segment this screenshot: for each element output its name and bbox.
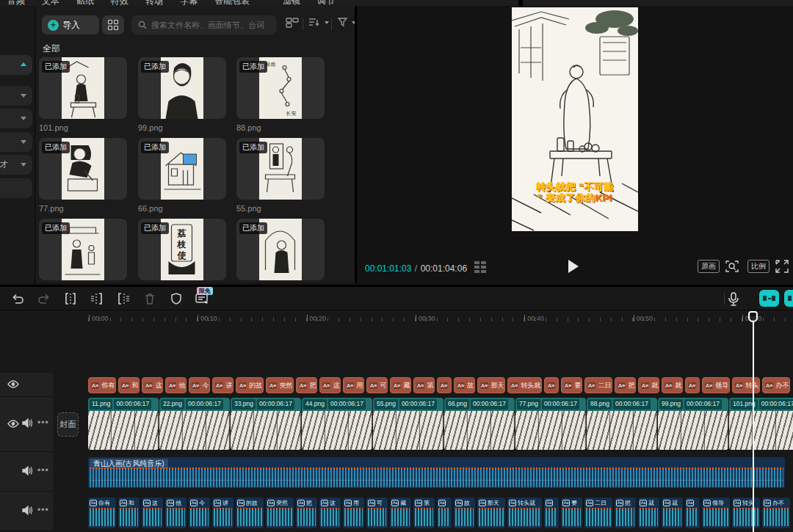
sidebar-item-3[interactable] (0, 132, 32, 152)
media-item-99.png[interactable]: 已添加 (138, 57, 226, 119)
speaker-icon[interactable] (22, 466, 33, 475)
search-box[interactable] (131, 15, 277, 34)
menu-item[interactable]: 滤镜 (283, 0, 300, 6)
voice-clip[interactable]: Aa (437, 498, 452, 528)
voice-clip[interactable]: Aa (685, 498, 700, 528)
voice-clip[interactable]: Aa第 (413, 498, 435, 528)
original-quality-button[interactable]: 原画 (698, 260, 720, 273)
subtitle-clip[interactable]: A≡把 (296, 377, 317, 393)
filter-button[interactable] (337, 17, 349, 27)
voice-clip[interactable]: Aa把 (615, 498, 636, 528)
sidebar-item-1[interactable] (0, 86, 32, 106)
undo-icon[interactable] (10, 291, 25, 306)
voice-clip[interactable]: Aa用 (343, 498, 364, 528)
menu-item[interactable]: 贴纸 (76, 0, 94, 6)
zoom-fit-icon[interactable] (725, 260, 739, 273)
voice-clip[interactable]: Aa就 (638, 498, 659, 528)
voice-clip[interactable]: Aa故 (454, 498, 475, 528)
voice-clip[interactable]: Aa二日 (584, 498, 612, 528)
timeline-ruler[interactable]: 00:0000:1000:2000:3000:4000:5001:00 (0, 311, 793, 327)
delete-icon[interactable] (142, 291, 157, 306)
subtitle-clip[interactable]: A≡转头就 (507, 377, 542, 393)
voice-clip[interactable]: Aa转头就 (507, 498, 542, 528)
voice-clip[interactable]: Aa突然 (266, 498, 294, 528)
media-item-77.png[interactable]: 已添加 (39, 138, 127, 200)
auto-snap-button[interactable] (759, 290, 779, 307)
split-keep-left-icon[interactable] (90, 291, 104, 306)
sidebar-item-material[interactable]: 才 (0, 155, 32, 175)
subtitle-clip[interactable]: A≡把 (615, 377, 636, 393)
subtitle-clip[interactable]: A≡你有 (88, 377, 116, 393)
video-clip-11.png[interactable]: 11.png00:00:06:17 (88, 398, 159, 450)
menu-item[interactable]: 音频 (7, 0, 25, 6)
import-button[interactable]: + 导入 (42, 15, 99, 34)
mask-icon[interactable] (169, 291, 184, 306)
sort-button[interactable] (308, 17, 320, 27)
subtitle-clip[interactable]: A≡故 (454, 377, 475, 393)
speaker-icon[interactable] (22, 418, 33, 428)
music-clip[interactable]: 青山入画(古风纯音乐) (88, 457, 785, 488)
subtitle-clip[interactable]: A≡他 (165, 377, 187, 393)
subtitle-clip[interactable]: A≡讲 (212, 377, 233, 393)
subtitle-clip[interactable]: A≡办不 (762, 377, 790, 393)
voice-clip[interactable]: Aa和 (118, 498, 140, 528)
voice-clip[interactable]: Aa办不 (762, 498, 790, 528)
split-icon[interactable] (63, 291, 78, 306)
playhead[interactable] (748, 311, 758, 532)
subtitle-clip[interactable]: A≡突然 (266, 377, 294, 393)
ratio-button[interactable]: 比例 (747, 260, 770, 273)
subtitle-clip[interactable]: A≡那天 (477, 377, 505, 393)
voice-clip[interactable]: Aa那天 (477, 498, 505, 528)
voice-clip[interactable]: Aa讲 (212, 498, 233, 528)
search-input[interactable] (151, 21, 276, 29)
video-clip-88.png[interactable]: 88.png00:00:06:17 (587, 398, 657, 450)
cover-button[interactable]: 封面 (57, 412, 79, 437)
subtitle-clip[interactable]: A≡这 (142, 377, 163, 393)
voice-clip[interactable]: Aa今 (189, 498, 210, 528)
media-item-44.png[interactable]: 已添加 (39, 219, 127, 280)
redo-icon[interactable] (37, 291, 51, 306)
sidebar-item-2[interactable] (0, 109, 32, 128)
video-clip-77.png[interactable]: 77.png00:00:06:17 (515, 398, 586, 450)
voice-clip[interactable]: Aa这 (319, 498, 341, 528)
eye-icon[interactable] (7, 420, 19, 428)
media-item-55.png[interactable]: 已添加 (236, 138, 325, 200)
subtitle-clip[interactable]: A≡就 (638, 377, 659, 393)
subtitle-clip[interactable]: A≡和 (118, 377, 140, 393)
subtitle-clip[interactable]: A≡的故 (236, 377, 264, 393)
subtitle-clip[interactable]: A≡ (685, 377, 700, 393)
voice-clip[interactable]: Aa (544, 498, 559, 528)
voice-clip[interactable]: Aa的故 (236, 498, 264, 528)
speaker-icon[interactable] (22, 506, 33, 515)
voice-clip[interactable]: Aa把 (296, 498, 317, 528)
subtitle-clip[interactable]: A≡可 (366, 377, 388, 393)
subtitle-clip[interactable]: A≡这 (319, 377, 341, 393)
voice-clip[interactable]: Aa要 (561, 498, 582, 528)
video-clip-44.png[interactable]: 44.png00:00:06:17 (302, 398, 372, 450)
more-icon[interactable]: ••• (37, 465, 49, 475)
video-clip-55.png[interactable]: 55.png00:00:06:17 (373, 398, 443, 450)
subtitle-clip[interactable]: A≡今 (189, 377, 210, 393)
more-icon[interactable]: ••• (37, 505, 49, 515)
voice-clip[interactable]: Aa可 (366, 498, 388, 528)
voice-clip[interactable]: Aa他 (165, 498, 187, 528)
more-icon[interactable]: ••• (37, 418, 49, 428)
subtitle-clip[interactable]: A≡要 (561, 377, 582, 393)
subtitle-clip[interactable]: A≡用 (343, 377, 364, 393)
mic-icon[interactable] (727, 291, 740, 307)
subtitle-clip[interactable]: A≡领导 (702, 377, 730, 393)
menu-item[interactable]: 调节 (317, 0, 335, 6)
video-clip-101.png[interactable]: 101.png00:00:06:17 (729, 398, 793, 450)
video-clip-66.png[interactable]: 66.png00:00:06:17 (444, 398, 515, 450)
video-clip-22.png[interactable]: 22.png00:00:06:17 (159, 398, 230, 450)
subtitle-clip[interactable]: A≡藏 (390, 377, 411, 393)
video-clip-99.png[interactable]: 99.png00:00:06:17 (658, 398, 728, 450)
voice-clip[interactable]: Aa这 (142, 498, 163, 528)
media-item-88.png[interactable]: 岭南长安已添加 (236, 57, 325, 119)
menu-item[interactable]: 特效 (111, 0, 128, 6)
card-view-icon[interactable] (286, 17, 299, 29)
play-button[interactable] (568, 260, 579, 273)
subtitle-clip[interactable]: A≡二日 (584, 377, 612, 393)
frame-preview-icon[interactable] (474, 261, 486, 274)
playhead-marker[interactable] (748, 311, 758, 322)
